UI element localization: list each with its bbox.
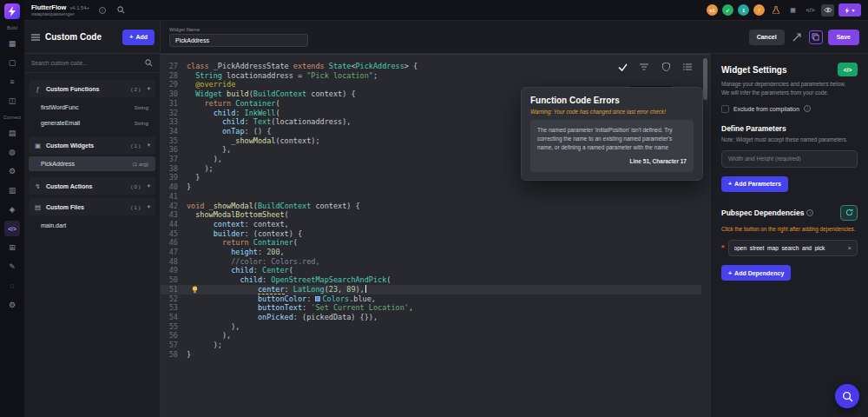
check-code-icon[interactable] [614, 60, 631, 74]
line-number: 54 [161, 313, 187, 322]
code-line-56[interactable]: 56 ), [161, 331, 701, 341]
widget-settings-title: Widget Settings [721, 65, 786, 75]
top-bar: FlutterFlow v4.1.54+ swaptaxipassenger i… [24, 0, 868, 21]
list-item-main-dart[interactable]: main.dart [29, 218, 155, 233]
line-number: 45 [161, 229, 187, 239]
line-content: builder: (context) { [187, 229, 701, 239]
tests-icon[interactable]: ✎ [4, 259, 20, 275]
menu-icon[interactable] [31, 34, 40, 41]
view-code-button[interactable]: </> [838, 63, 858, 76]
action-icon: ↯ [34, 182, 42, 190]
code-line-57[interactable]: 57 ); [161, 341, 701, 350]
line-content: } [187, 182, 701, 192]
search-custom-code-input[interactable] [31, 60, 141, 66]
align-code-icon[interactable] [635, 60, 653, 74]
line-content: child: Center( [187, 266, 701, 275]
editor-scrollbar[interactable] [703, 58, 707, 100]
parameter-input[interactable] [721, 150, 858, 168]
define-parameters-title: Define Parameters [721, 124, 858, 133]
dependency-input[interactable] [734, 245, 845, 251]
code-line-43[interactable]: 43 showModalBottomSheet( [161, 210, 701, 220]
code-line-45[interactable]: 45 builder: (context) { [161, 229, 701, 239]
widget-tree-icon[interactable]: ≡ [4, 74, 20, 89]
custom-code-sections: ƒCustom Functions( 2 )▾firstWordFuncStri… [24, 73, 160, 239]
status-badge[interactable]: ✓ [722, 4, 733, 16]
status-badge[interactable]: 1 [738, 4, 749, 16]
page-title: Custom Code [45, 32, 102, 42]
add-dependency-button[interactable]: + Add Dependency [721, 265, 791, 281]
code-line-49[interactable]: 49 child: Center( [161, 266, 701, 275]
text-cursor [365, 285, 366, 293]
code-line-51[interactable]: 51 center: LatLong(23, 89), [161, 285, 701, 295]
section-header-custom-widgets[interactable]: ▣Custom Widgets( 1 )▾ [29, 136, 155, 154]
search-icon[interactable] [115, 4, 128, 17]
dashboard-icon[interactable]: ▦ [4, 36, 20, 51]
components-icon[interactable]: ◫ [4, 93, 20, 109]
line-number: 42 [161, 202, 187, 211]
settings-gear-icon[interactable]: ⚙ [4, 163, 20, 179]
eye-icon[interactable] [821, 4, 834, 17]
code-line-47[interactable]: 47 height: 200, [161, 248, 701, 257]
cancel-button[interactable]: Cancel [749, 30, 785, 45]
flask-icon[interactable] [769, 4, 782, 17]
storage-icon[interactable]: ▥ [4, 182, 20, 198]
line-number: 57 [161, 341, 187, 350]
code-line-46[interactable]: 46 return Container( [161, 238, 701, 248]
grid-icon[interactable]: ▦ [786, 4, 799, 17]
database-icon[interactable]: ▤ [4, 125, 20, 141]
pages-icon[interactable]: ▢ [4, 55, 20, 70]
bolt-glyph [8, 6, 16, 17]
section-label: Custom Functions [46, 86, 99, 92]
save-button[interactable]: Save [828, 30, 859, 45]
code-line-42[interactable]: 42void _showModal(BuildContext context) … [161, 202, 701, 211]
media-icon[interactable]: ◈ [4, 202, 20, 217]
exclude-compilation-checkbox[interactable] [721, 105, 729, 113]
copy-code-icon[interactable] [809, 30, 823, 44]
custom-code-icon[interactable]: </> [4, 221, 20, 236]
remove-dependency-icon[interactable]: × [848, 244, 852, 252]
pubspec-header-row: Pubspec Dependencies i [721, 205, 858, 221]
line-number: 33 [161, 117, 187, 127]
code-line-48[interactable]: 48 //color: Colors.red, [161, 257, 701, 267]
cloud-functions-icon[interactable]: ⊞ [4, 240, 20, 255]
section-header-custom-functions[interactable]: ƒCustom Functions( 2 )▾ [29, 80, 155, 97]
sub-toolbar: Custom Code + Add Widget Name Cancel Sav… [24, 21, 868, 54]
integrations-icon[interactable]: ◌ [4, 278, 20, 294]
run-lightning-button[interactable]: ▾ [838, 3, 861, 17]
info-icon[interactable]: i [96, 4, 108, 17]
status-badge[interactable]: ! [753, 4, 765, 16]
line-content: child: OpenStreetMapSearchAndPick( [187, 275, 701, 285]
format-code-icon[interactable] [790, 30, 804, 44]
list-item-generateemail[interactable]: generateEmailString [29, 116, 155, 130]
code-line-55[interactable]: 55 ), [161, 322, 701, 332]
list-item-pickaddress[interactable]: PickAddress(1 arg) [29, 156, 155, 171]
code-line-41[interactable]: 41 [161, 192, 701, 202]
code-line-40[interactable]: 40} [161, 182, 701, 192]
add-parameters-button[interactable]: + Add Parameters [721, 176, 788, 192]
status-badge[interactable]: v1 [707, 4, 718, 16]
code-line-53[interactable]: 53 buttonText: 'Set Current Location', [161, 303, 701, 313]
add-custom-code-button[interactable]: + Add [122, 30, 155, 45]
refresh-dependencies-button[interactable] [840, 205, 858, 221]
show-errors-shield-icon[interactable] [657, 60, 674, 74]
list-item-firstwordfunc[interactable]: firstWordFuncString [29, 100, 155, 115]
api-icon[interactable]: ◍ [4, 144, 20, 160]
code-line-50[interactable]: 50 child: OpenStreetMapSearchAndPick( [161, 275, 701, 285]
code-line-54[interactable]: 54 onPicked: (pickedData) {}), [161, 313, 701, 322]
line-number: 58 [161, 350, 187, 360]
widget-name-input[interactable] [169, 34, 308, 47]
flutterflow-logo-icon[interactable] [4, 3, 20, 19]
problems-list-icon[interactable] [679, 60, 696, 74]
line-number: 40 [161, 182, 187, 192]
code-line-44[interactable]: 44 context: context, [161, 220, 701, 229]
line-number: 39 [161, 173, 187, 182]
code-line-52[interactable]: 52 buttonColor: Colors.blue, [161, 295, 701, 304]
app-settings-icon[interactable]: ⚙ [4, 297, 20, 313]
section-header-custom-files[interactable]: ▤Custom Files( 1 )▾ [29, 198, 155, 215]
zoom-search-button[interactable] [835, 384, 859, 408]
project-name: swaptaxipassenger [31, 11, 89, 17]
info-icon: i [806, 209, 813, 216]
section-header-custom-actions[interactable]: ↯Custom Actions( 0 )▾ [29, 177, 155, 195]
code-icon[interactable]: </> [804, 4, 817, 17]
code-line-58[interactable]: 58} [161, 350, 701, 360]
